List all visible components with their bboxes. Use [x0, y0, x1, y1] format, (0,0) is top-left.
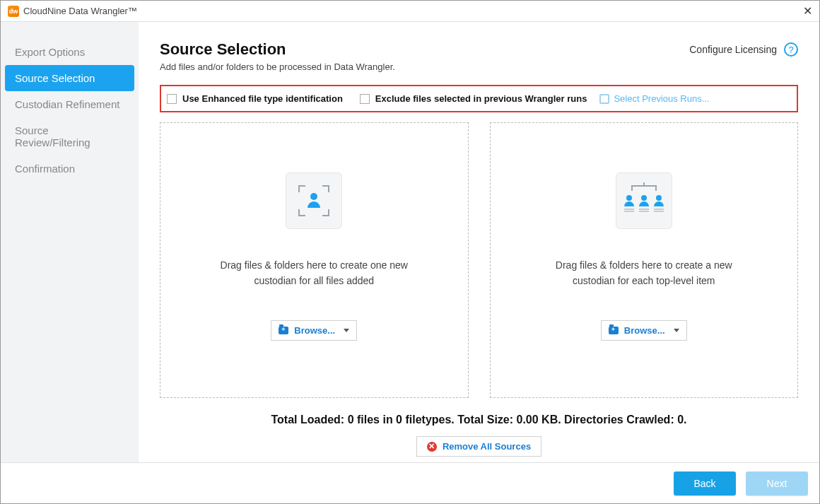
sidebar-item-export-options[interactable]: Export Options: [1, 39, 139, 65]
checkbox-enhanced[interactable]: [167, 94, 177, 104]
back-button[interactable]: Back: [674, 471, 736, 496]
folder-add-icon: [609, 327, 619, 334]
chevron-down-icon: [344, 329, 349, 332]
totals-summary: Total Loaded: 0 files in 0 filetypes. To…: [160, 414, 798, 426]
footer-bar: Back Next: [1, 462, 819, 503]
dropzone-single-custodian[interactable]: Drag files & folders here to create one …: [160, 122, 469, 398]
app-logo-icon: dw: [8, 6, 19, 17]
multi-custodian-icon: [616, 172, 672, 229]
browse-multi-button[interactable]: Browse...: [601, 320, 687, 341]
browse-single-button[interactable]: Browse...: [271, 320, 357, 341]
close-icon[interactable]: ✕: [803, 4, 812, 18]
checkbox-exclude[interactable]: [360, 94, 370, 104]
option-exclude-previous[interactable]: Exclude files selected in previous Wrang…: [356, 93, 587, 104]
help-icon[interactable]: ?: [784, 42, 798, 57]
window-title: CloudNine Data Wrangler™: [23, 6, 137, 16]
sidebar-item-confirmation[interactable]: Confirmation: [1, 156, 139, 182]
next-button[interactable]: Next: [746, 471, 808, 496]
sidebar-item-source-selection[interactable]: Source Selection: [5, 65, 134, 91]
options-bar: Use Enhanced file type identification Ex…: [160, 85, 798, 112]
previous-runs-icon: [599, 94, 609, 104]
dropzone-multi-text: Drag files & folders here to create a ne…: [556, 257, 732, 289]
sidebar-item-source-review[interactable]: Source Review/Filtering: [1, 117, 139, 156]
select-previous-runs-button[interactable]: Select Previous Runs...: [599, 93, 709, 104]
page-title: Source Selection: [160, 40, 286, 59]
single-custodian-icon: [286, 172, 342, 229]
sidebar: Export Options Source Selection Custodia…: [1, 22, 139, 462]
chevron-down-icon: [674, 329, 679, 332]
page-subtitle: Add files and/or folders to be processed…: [160, 61, 798, 72]
remove-icon: ✕: [427, 442, 437, 452]
option-enhanced-id[interactable]: Use Enhanced file type identification: [163, 93, 343, 104]
sidebar-item-custodian-refinement[interactable]: Custodian Refinement: [1, 91, 139, 117]
dropzone-single-text: Drag files & folders here to create one …: [221, 257, 408, 289]
configure-licensing-link[interactable]: Configure Licensing: [689, 44, 777, 55]
titlebar: dw CloudNine Data Wrangler™ ✕: [1, 1, 819, 22]
main-content: Source Selection Configure Licensing ? A…: [139, 22, 819, 462]
remove-all-sources-button[interactable]: ✕ Remove All Sources: [416, 436, 541, 457]
dropzone-multi-custodian[interactable]: Drag files & folders here to create a ne…: [490, 122, 799, 398]
folder-add-icon: [279, 327, 288, 334]
